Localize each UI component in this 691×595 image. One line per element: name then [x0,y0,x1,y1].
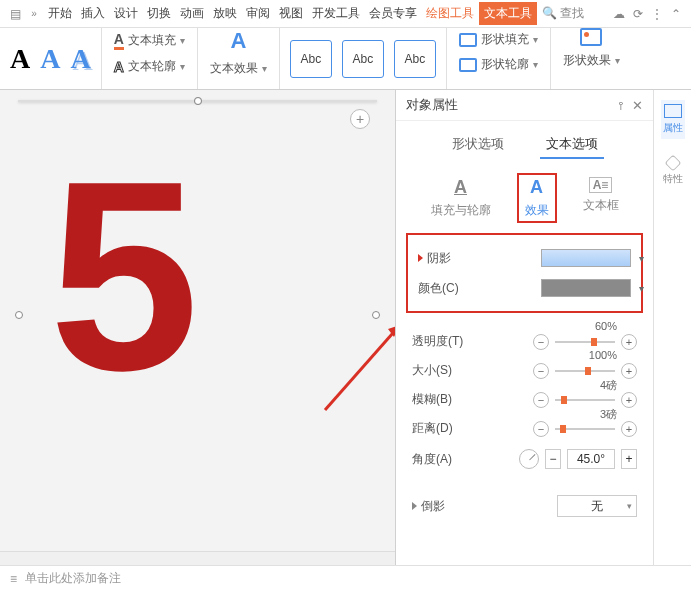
ribbon-wordart-group: A A A [0,28,102,89]
wordart-style-3[interactable]: A [70,43,90,75]
ribbon-shape-styles: Abc Abc Abc [280,28,447,89]
angle-label: 角度(A) [412,451,511,468]
tab-text-options[interactable]: 文本选项 [540,131,604,159]
text-fill-button[interactable]: A文本填充 ▾ [112,28,187,53]
reflection-header[interactable]: 倒影 [412,498,549,515]
selection-handle[interactable] [372,311,380,319]
panel-tabs: 形状选项 文本选项 [396,121,653,159]
wordart-style-1[interactable]: A [10,43,30,75]
text-outline-button[interactable]: A文本轮廓 ▾ [112,55,187,78]
wordart-style-2[interactable]: A [40,43,60,75]
menu-view[interactable]: 视图 [275,3,307,24]
menu-text-tools[interactable]: 文本工具 [479,2,537,25]
file-icon[interactable]: ▤ [6,5,24,23]
panel-title-bar: 对象属性 ⫯ ✕ [396,90,653,121]
opacity-label: 透明度(T) [412,333,525,350]
properties-panel: 对象属性 ⫯ ✕ 形状选项 文本选项 A填充与轮廓 A效果 A≡文本框 阴影 ▾ [395,90,691,565]
menu-dev[interactable]: 开发工具 [308,3,364,24]
menu-insert[interactable]: 插入 [77,3,109,24]
menu-draw-tools[interactable]: 绘图工具 [422,3,478,24]
menu-design[interactable]: 设计 [110,3,142,24]
shadow-props: 透明度(T) 60%−+ 大小(S) 100%−+ 模糊(B) 4磅−+ 距离(… [396,323,653,527]
blur-label: 模糊(B) [412,391,525,408]
sync-icon[interactable]: ⟳ [629,5,647,23]
shape-effect-button[interactable]: 形状效果 ▾ [561,49,622,72]
more-icon[interactable]: ⋮ [648,5,666,23]
pin-icon[interactable]: ⫯ [618,98,625,113]
shadow-section: 阴影 ▾ 颜色(C) ▾ [406,233,643,313]
shadow-preset-swatch[interactable]: ▾ [541,249,631,267]
selection-handle[interactable] [15,311,23,319]
panel-subtabs: A填充与轮廓 A效果 A≡文本框 [396,159,653,233]
shape-effect-icon [580,28,602,46]
shape-style-1[interactable]: Abc [290,40,332,78]
ribbon: A A A A文本填充 ▾ A文本轮廓 ▾ A 文本效果 ▾ Abc Abc A… [0,28,691,90]
horizontal-scrollbar[interactable] [0,551,395,565]
tab-shape-options[interactable]: 形状选项 [446,131,510,159]
side-special[interactable]: 特性 [663,157,683,186]
subtab-effects[interactable]: A效果 [517,173,557,223]
main-area: + 5 对象属性 ⫯ ✕ 形状选项 文本选项 [0,90,691,565]
canvas-pane: + 5 [0,90,395,565]
distance-stepper[interactable]: 3磅−+ [533,421,637,437]
menu-find[interactable]: 🔍 查找 [538,3,588,24]
shape-style-2[interactable]: Abc [342,40,384,78]
wordart-object[interactable]: 5 [49,141,199,411]
ribbon-shape-group: 形状填充 ▾ 形状轮廓 ▾ [447,28,551,89]
menu-transition[interactable]: 切换 [143,3,175,24]
color-label: 颜色(C) [418,280,533,297]
menu-home[interactable]: 开始 [44,3,76,24]
reflection-select[interactable]: 无 [557,495,637,517]
menu-more-icon[interactable]: » [25,5,43,23]
subtab-fill-outline[interactable]: A填充与轮廓 [423,173,499,223]
side-tool-rail: 属性 特性 [653,90,691,565]
notes-placeholder: 单击此处添加备注 [25,570,121,587]
side-props[interactable]: 属性 [661,100,685,139]
angle-dial[interactable] [519,449,539,469]
close-icon[interactable]: ✕ [632,98,643,113]
text-effect-button[interactable]: 文本效果 ▾ [208,57,269,80]
expand-icon [412,502,417,510]
shadow-header[interactable]: 阴影 [418,250,533,267]
menu-slideshow[interactable]: 放映 [209,3,241,24]
ribbon-text-group: A文本填充 ▾ A文本轮廓 ▾ [102,28,198,89]
notes-icon: ≡ [10,572,17,586]
angle-plus[interactable]: + [621,449,637,469]
size-stepper[interactable]: 100%−+ [533,363,637,379]
expand-icon [418,254,423,262]
shape-fill-button[interactable]: 形状填充 ▾ [457,28,540,51]
selection-handle[interactable] [194,97,202,105]
menu-review[interactable]: 审阅 [242,3,274,24]
angle-minus[interactable]: − [545,449,561,469]
svg-line-0 [325,325,400,410]
blur-stepper[interactable]: 4磅−+ [533,392,637,408]
size-label: 大小(S) [412,362,525,379]
subtab-textbox[interactable]: A≡文本框 [575,173,627,223]
angle-control[interactable]: − 45.0° + [519,449,637,469]
ribbon-shape-effect-group: 形状效果 ▾ [551,28,632,89]
cloud-icon[interactable]: ☁ [610,5,628,23]
add-placeholder-button[interactable]: + [350,109,370,129]
menu-vip[interactable]: 会员专享 [365,3,421,24]
distance-label: 距离(D) [412,420,525,437]
notes-bar[interactable]: ≡ 单击此处添加备注 [0,565,691,591]
opacity-stepper[interactable]: 60%−+ [533,334,637,350]
shape-outline-button[interactable]: 形状轮廓 ▾ [457,53,540,76]
shape-style-3[interactable]: Abc [394,40,436,78]
shadow-color-swatch[interactable]: ▾ [541,279,631,297]
collapse-ribbon-icon[interactable]: ⌃ [667,5,685,23]
slide-canvas[interactable]: + 5 [18,100,377,102]
shape-outline-icon [459,58,477,72]
angle-value[interactable]: 45.0° [567,449,615,469]
shape-fill-icon [459,33,477,47]
panel-title: 对象属性 [406,96,458,114]
menu-bar: ▤ » 开始 插入 设计 切换 动画 放映 审阅 视图 开发工具 会员专享 绘图… [0,0,691,28]
text-effect-icon: A [230,28,246,54]
ribbon-text-effect-group: A 文本效果 ▾ [198,28,280,89]
menu-anim[interactable]: 动画 [176,3,208,24]
